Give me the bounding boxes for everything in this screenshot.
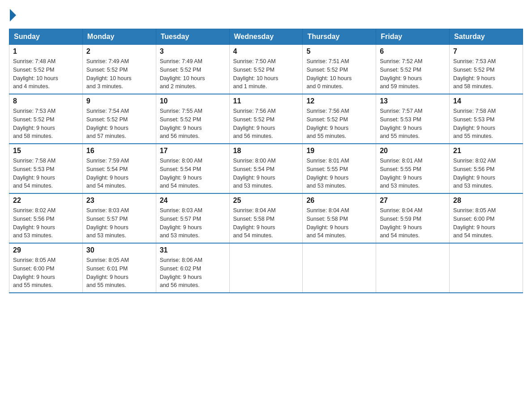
day-info: Sunrise: 7:49 AM Sunset: 5:52 PM Dayligh…	[160, 57, 226, 91]
day-info: Sunrise: 7:55 AM Sunset: 5:52 PM Dayligh…	[160, 107, 226, 141]
calendar-cell: 11 Sunrise: 7:56 AM Sunset: 5:52 PM Dayl…	[229, 94, 303, 144]
day-info: Sunrise: 8:06 AM Sunset: 6:02 PM Dayligh…	[160, 256, 226, 290]
calendar-cell: 21 Sunrise: 8:02 AM Sunset: 5:56 PM Dayl…	[450, 144, 523, 193]
day-info: Sunrise: 7:53 AM Sunset: 5:52 PM Dayligh…	[453, 57, 519, 91]
logo-arrow-icon	[10, 9, 16, 21]
calendar-cell: 23 Sunrise: 8:03 AM Sunset: 5:57 PM Dayl…	[82, 193, 156, 243]
weekday-header-row: SundayMondayTuesdayWednesdayThursdayFrid…	[9, 29, 523, 45]
day-info: Sunrise: 8:03 AM Sunset: 5:57 PM Dayligh…	[86, 206, 152, 240]
day-number: 29	[13, 246, 79, 254]
calendar-cell: 29 Sunrise: 8:05 AM Sunset: 6:00 PM Dayl…	[9, 243, 83, 293]
day-number: 13	[380, 97, 446, 105]
calendar-cell: 4 Sunrise: 7:50 AM Sunset: 5:52 PM Dayli…	[229, 45, 303, 94]
calendar-cell: 9 Sunrise: 7:54 AM Sunset: 5:52 PM Dayli…	[82, 94, 156, 144]
calendar-cell: 5 Sunrise: 7:51 AM Sunset: 5:52 PM Dayli…	[303, 45, 376, 94]
day-number: 24	[160, 197, 226, 205]
day-number: 1	[13, 47, 79, 56]
day-info: Sunrise: 8:04 AM Sunset: 5:58 PM Dayligh…	[306, 206, 372, 240]
day-info: Sunrise: 7:49 AM Sunset: 5:52 PM Dayligh…	[86, 57, 152, 91]
weekday-header-thursday: Thursday	[303, 29, 376, 45]
day-info: Sunrise: 7:59 AM Sunset: 5:54 PM Dayligh…	[86, 157, 152, 190]
calendar-cell: 12 Sunrise: 7:56 AM Sunset: 5:52 PM Dayl…	[303, 94, 376, 144]
page-header	[9, 9, 523, 21]
day-number: 6	[380, 47, 446, 56]
calendar-cell: 28 Sunrise: 8:05 AM Sunset: 6:00 PM Dayl…	[450, 193, 523, 243]
day-number: 5	[306, 47, 372, 56]
day-number: 23	[86, 197, 152, 205]
day-info: Sunrise: 8:02 AM Sunset: 5:56 PM Dayligh…	[453, 157, 519, 190]
day-info: Sunrise: 7:56 AM Sunset: 5:52 PM Dayligh…	[233, 107, 299, 141]
day-info: Sunrise: 8:00 AM Sunset: 5:54 PM Dayligh…	[160, 157, 226, 190]
weekday-header-friday: Friday	[376, 29, 450, 45]
calendar-cell	[303, 243, 376, 293]
day-number: 4	[233, 47, 299, 56]
day-info: Sunrise: 7:58 AM Sunset: 5:53 PM Dayligh…	[453, 107, 519, 141]
day-info: Sunrise: 8:01 AM Sunset: 5:55 PM Dayligh…	[306, 157, 372, 190]
calendar-cell: 18 Sunrise: 8:00 AM Sunset: 5:54 PM Dayl…	[229, 144, 303, 193]
day-number: 21	[453, 147, 519, 155]
day-number: 26	[306, 197, 372, 205]
calendar-cell: 1 Sunrise: 7:48 AM Sunset: 5:52 PM Dayli…	[9, 45, 83, 94]
calendar-cell: 6 Sunrise: 7:52 AM Sunset: 5:52 PM Dayli…	[376, 45, 450, 94]
day-number: 12	[306, 97, 372, 105]
day-number: 3	[160, 47, 226, 56]
logo-text	[9, 9, 17, 21]
day-number: 15	[13, 147, 79, 155]
day-number: 18	[233, 147, 299, 155]
day-number: 10	[160, 97, 226, 105]
day-number: 14	[453, 97, 519, 105]
day-info: Sunrise: 7:54 AM Sunset: 5:52 PM Dayligh…	[86, 107, 152, 141]
calendar-cell: 13 Sunrise: 7:57 AM Sunset: 5:53 PM Dayl…	[376, 94, 450, 144]
calendar-cell	[450, 243, 523, 293]
calendar-cell: 3 Sunrise: 7:49 AM Sunset: 5:52 PM Dayli…	[156, 45, 229, 94]
day-number: 20	[380, 147, 446, 155]
calendar-cell	[376, 243, 450, 293]
day-number: 2	[86, 47, 152, 56]
day-info: Sunrise: 8:05 AM Sunset: 6:00 PM Dayligh…	[13, 256, 79, 290]
calendar-week-row: 1 Sunrise: 7:48 AM Sunset: 5:52 PM Dayli…	[9, 45, 523, 94]
calendar-cell: 15 Sunrise: 7:58 AM Sunset: 5:53 PM Dayl…	[9, 144, 83, 193]
day-number: 9	[86, 97, 152, 105]
calendar-week-row: 15 Sunrise: 7:58 AM Sunset: 5:53 PM Dayl…	[9, 144, 523, 193]
day-number: 16	[86, 147, 152, 155]
calendar-week-row: 29 Sunrise: 8:05 AM Sunset: 6:00 PM Dayl…	[9, 243, 523, 293]
day-number: 28	[453, 197, 519, 205]
day-number: 17	[160, 147, 226, 155]
day-number: 19	[306, 147, 372, 155]
weekday-header-wednesday: Wednesday	[229, 29, 303, 45]
day-info: Sunrise: 7:53 AM Sunset: 5:52 PM Dayligh…	[13, 107, 79, 141]
calendar-cell: 8 Sunrise: 7:53 AM Sunset: 5:52 PM Dayli…	[9, 94, 83, 144]
day-number: 25	[233, 197, 299, 205]
calendar-cell: 20 Sunrise: 8:01 AM Sunset: 5:55 PM Dayl…	[376, 144, 450, 193]
day-info: Sunrise: 8:04 AM Sunset: 5:59 PM Dayligh…	[380, 206, 446, 240]
calendar-cell: 19 Sunrise: 8:01 AM Sunset: 5:55 PM Dayl…	[303, 144, 376, 193]
weekday-header-saturday: Saturday	[450, 29, 523, 45]
calendar-cell	[229, 243, 303, 293]
calendar-cell: 25 Sunrise: 8:04 AM Sunset: 5:58 PM Dayl…	[229, 193, 303, 243]
day-info: Sunrise: 7:57 AM Sunset: 5:53 PM Dayligh…	[380, 107, 446, 141]
day-info: Sunrise: 8:05 AM Sunset: 6:01 PM Dayligh…	[86, 256, 152, 290]
day-info: Sunrise: 7:56 AM Sunset: 5:52 PM Dayligh…	[306, 107, 372, 141]
calendar-cell: 17 Sunrise: 8:00 AM Sunset: 5:54 PM Dayl…	[156, 144, 229, 193]
day-info: Sunrise: 7:51 AM Sunset: 5:52 PM Dayligh…	[306, 57, 372, 91]
calendar-cell: 22 Sunrise: 8:02 AM Sunset: 5:56 PM Dayl…	[9, 193, 83, 243]
day-info: Sunrise: 8:02 AM Sunset: 5:56 PM Dayligh…	[13, 206, 79, 240]
logo	[9, 9, 17, 21]
day-info: Sunrise: 8:03 AM Sunset: 5:57 PM Dayligh…	[160, 206, 226, 240]
day-info: Sunrise: 8:00 AM Sunset: 5:54 PM Dayligh…	[233, 157, 299, 190]
weekday-header-monday: Monday	[82, 29, 156, 45]
calendar-cell: 7 Sunrise: 7:53 AM Sunset: 5:52 PM Dayli…	[450, 45, 523, 94]
calendar-cell: 14 Sunrise: 7:58 AM Sunset: 5:53 PM Dayl…	[450, 94, 523, 144]
calendar-cell: 27 Sunrise: 8:04 AM Sunset: 5:59 PM Dayl…	[376, 193, 450, 243]
calendar-cell: 31 Sunrise: 8:06 AM Sunset: 6:02 PM Dayl…	[156, 243, 229, 293]
calendar-cell: 30 Sunrise: 8:05 AM Sunset: 6:01 PM Dayl…	[82, 243, 156, 293]
calendar-cell: 24 Sunrise: 8:03 AM Sunset: 5:57 PM Dayl…	[156, 193, 229, 243]
calendar-table: SundayMondayTuesdayWednesdayThursdayFrid…	[9, 29, 523, 293]
day-info: Sunrise: 8:04 AM Sunset: 5:58 PM Dayligh…	[233, 206, 299, 240]
day-number: 22	[13, 197, 79, 205]
day-number: 31	[160, 246, 226, 254]
calendar-cell: 2 Sunrise: 7:49 AM Sunset: 5:52 PM Dayli…	[82, 45, 156, 94]
calendar-week-row: 22 Sunrise: 8:02 AM Sunset: 5:56 PM Dayl…	[9, 193, 523, 243]
calendar-cell: 10 Sunrise: 7:55 AM Sunset: 5:52 PM Dayl…	[156, 94, 229, 144]
weekday-header-sunday: Sunday	[9, 29, 83, 45]
